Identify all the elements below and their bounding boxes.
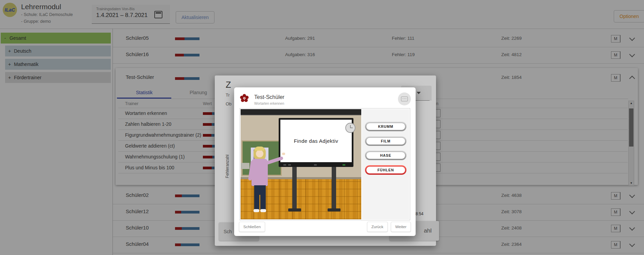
answer-button-krumm[interactable]: KRUMM <box>365 122 406 131</box>
board-button <box>283 164 286 166</box>
board-stand-leg <box>292 166 297 210</box>
answer-button-hase[interactable]: HASE <box>365 151 406 160</box>
ceiling <box>241 109 361 115</box>
question-text: Finde das Adjektiv <box>294 138 338 144</box>
keyboard-icon <box>401 97 408 101</box>
flower-icon <box>240 94 249 104</box>
teacher-shoe <box>260 209 266 212</box>
shelf <box>241 163 249 169</box>
board-stand-foot <box>288 208 301 211</box>
trainer-preview-modal: Test-Schüler Wortarten erkennen Finde da… <box>234 87 416 236</box>
modal-back-button[interactable]: Zurück <box>367 222 388 232</box>
whiteboard: Finde das Adjektiv <box>279 118 353 167</box>
keyboard-button[interactable] <box>398 92 411 105</box>
whiteboard-screen: Finde das Adjektiv <box>280 120 352 162</box>
board-button <box>288 164 291 166</box>
answer-panel: KRUMM FILM HASE FÜHLEN <box>362 109 409 219</box>
teacher-hand <box>282 153 285 155</box>
teacher-shoe <box>254 209 259 212</box>
modal-title: Test-Schüler <box>254 94 284 100</box>
app-root: { "header": { "logo_text": "ILaC", "titl… <box>0 0 644 255</box>
teacher-leg-gap <box>259 195 260 210</box>
classroom-scene: Finde das Adjektiv <box>241 109 361 219</box>
modal-next-button[interactable]: Weiter <box>391 222 411 232</box>
modal-close-button[interactable]: Schließen <box>239 222 265 232</box>
board-button <box>314 164 317 166</box>
modal-subtitle: Wortarten erkennen <box>254 102 284 105</box>
teacher-hair <box>255 147 264 151</box>
teacher-face <box>256 150 263 157</box>
trainer-game-area: Finde das Adjektiv KRUMM FILM HASE <box>240 108 410 220</box>
wall-clock-icon <box>345 123 355 133</box>
board-button <box>343 164 345 166</box>
board-stand-leg <box>332 166 336 210</box>
answer-button-film[interactable]: FILM <box>365 136 406 146</box>
answer-button-fuehlen-selected[interactable]: FÜHLEN <box>365 165 406 175</box>
board-stand-foot <box>328 208 341 211</box>
